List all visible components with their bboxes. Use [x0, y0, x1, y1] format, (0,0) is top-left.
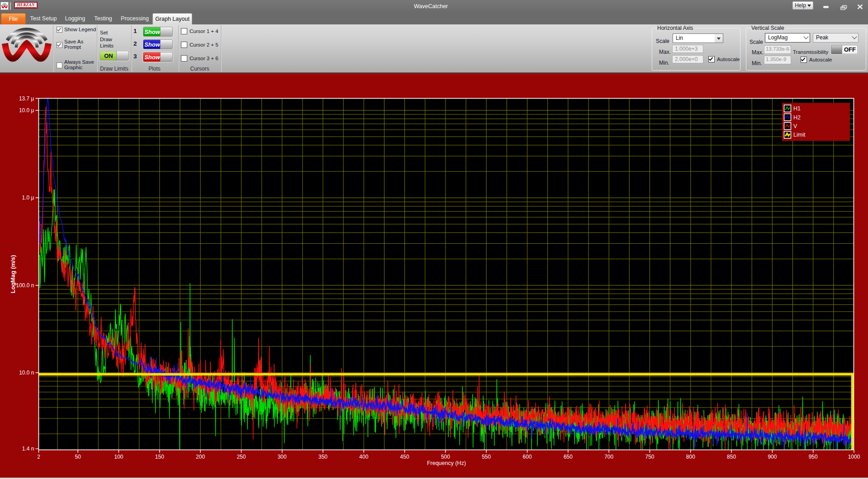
svg-text:450: 450 — [400, 454, 409, 460]
svg-text:500: 500 — [441, 454, 450, 460]
svg-text:850: 850 — [727, 454, 736, 460]
svg-text:950: 950 — [809, 454, 818, 460]
svg-text:H2: H2 — [793, 114, 801, 121]
svg-text:H1: H1 — [793, 105, 801, 112]
svg-text:350: 350 — [318, 454, 327, 460]
svg-text:700: 700 — [604, 454, 613, 460]
svg-text:1000: 1000 — [848, 454, 860, 460]
svg-text:300: 300 — [278, 454, 287, 460]
svg-text:650: 650 — [564, 454, 573, 460]
svg-text:200: 200 — [196, 454, 205, 460]
svg-text:100: 100 — [114, 454, 123, 460]
svg-text:Limit: Limit — [793, 132, 806, 138]
svg-text:800: 800 — [686, 454, 695, 460]
svg-text:Frequency (Hz): Frequency (Hz) — [427, 460, 466, 466]
svg-text:2: 2 — [37, 454, 40, 460]
svg-text:50: 50 — [75, 454, 81, 460]
svg-text:100.0 n: 100.0 n — [16, 282, 34, 289]
svg-text:250: 250 — [237, 454, 246, 460]
svg-text:V: V — [793, 123, 797, 129]
svg-text:400: 400 — [359, 454, 368, 460]
svg-text:13.7 µ: 13.7 µ — [19, 95, 34, 102]
svg-text:150: 150 — [155, 454, 164, 460]
svg-text:550: 550 — [482, 454, 491, 460]
svg-text:10.0 µ: 10.0 µ — [19, 107, 34, 114]
svg-text:10.0 n: 10.0 n — [19, 370, 34, 376]
svg-text:1.0 µ: 1.0 µ — [22, 194, 34, 201]
svg-text:LogMag (m/s): LogMag (m/s) — [9, 255, 16, 294]
svg-text:750: 750 — [645, 454, 654, 460]
svg-text:600: 600 — [523, 454, 532, 460]
svg-text:900: 900 — [768, 454, 777, 460]
svg-text:1.4 n: 1.4 n — [22, 446, 34, 452]
